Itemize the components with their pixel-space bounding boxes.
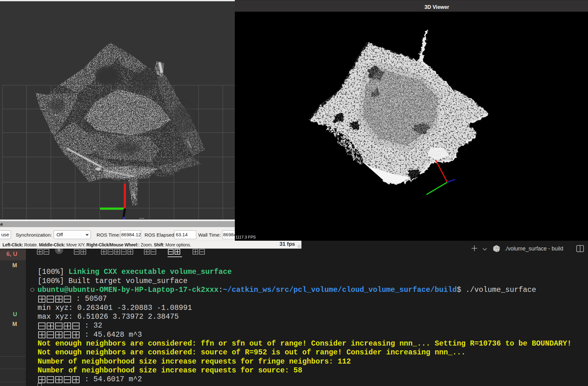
svg-text:$: $	[497, 249, 498, 252]
